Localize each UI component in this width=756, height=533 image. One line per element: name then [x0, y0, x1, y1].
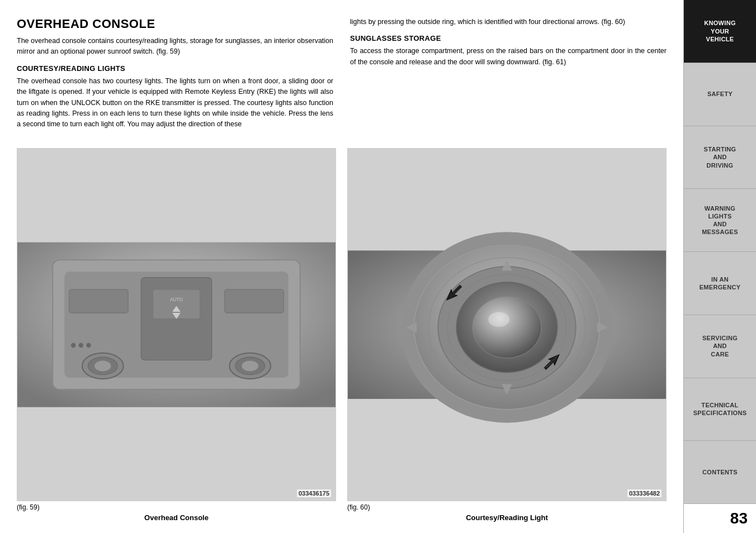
svg-point-10	[94, 360, 111, 371]
sidebar-item-safety[interactable]: SAFETY	[684, 63, 756, 126]
fig60-image: 033336482	[347, 148, 667, 501]
sunglasses-title: SUNGLASSES STORAGE	[350, 34, 667, 42]
svg-point-16	[86, 342, 91, 347]
reading-light-svg	[348, 149, 666, 501]
sidebar-item-contents[interactable]: CONTENTS	[684, 441, 756, 504]
sidebar-label-contents: CONTENTS	[702, 468, 738, 476]
sidebar-item-servicing[interactable]: SERVICINGANDCARE	[684, 315, 756, 378]
sidebar-item-warning-lights[interactable]: WARNINGLIGHTSANDMESSAGES	[684, 189, 756, 252]
sidebar-label-starting: STARTINGANDDRIVING	[704, 145, 736, 169]
sidebar-label-warning: WARNINGLIGHTSANDMESSAGES	[702, 204, 738, 236]
sidebar-label-safety: SAFETY	[707, 90, 733, 98]
courtesy-title: COURTESY/READING LIGHTS	[17, 64, 333, 73]
fig59-image: AUTO	[17, 148, 336, 501]
svg-rect-17	[69, 289, 128, 313]
right-column: lights by pressing the outside ring, whi…	[350, 17, 667, 137]
overhead-console-svg: AUTO	[17, 149, 336, 501]
fig59-label: Overhead Console	[17, 513, 336, 522]
left-column: OVERHEAD CONSOLE The overhead console co…	[17, 17, 333, 137]
courtesy-text2: lights by pressing the outside ring, whi…	[350, 17, 667, 27]
svg-point-24	[472, 297, 541, 358]
main-content: OVERHEAD CONSOLE The overhead console co…	[0, 0, 683, 533]
fig60-label: Courtesy/Reading Light	[347, 513, 667, 522]
page-number-area: 83	[684, 504, 756, 533]
sidebar-item-emergency[interactable]: IN ANEMERGENCY	[684, 252, 756, 315]
sidebar-label-technical: TECHNICALSPECIFICATIONS	[693, 401, 747, 417]
fig60-caption: (fig. 60)	[347, 503, 667, 511]
image-area: AUTO	[17, 148, 667, 522]
svg-rect-18	[225, 289, 284, 313]
sidebar: KNOWINGYOURVEHICLE SAFETY STARTINGANDDRI…	[683, 0, 756, 533]
svg-text:AUTO: AUTO	[170, 297, 183, 302]
intro-text: The overhead console contains courtesy/r…	[17, 36, 333, 58]
courtesy-text: The overhead console has two courtesy li…	[17, 76, 333, 130]
text-area: OVERHEAD CONSOLE The overhead console co…	[17, 17, 667, 137]
svg-point-13	[242, 360, 258, 371]
fig59-number: 033436175	[297, 489, 331, 497]
sidebar-label-emergency: IN ANEMERGENCY	[700, 275, 741, 292]
page-number: 83	[730, 510, 748, 527]
fig60-container: 033336482 (fig. 60) Courtesy/Reading Lig…	[347, 148, 667, 522]
sunglasses-text: To access the storage compartment, press…	[350, 46, 667, 68]
sidebar-item-technical[interactable]: TECHNICALSPECIFICATIONS	[684, 378, 756, 441]
svg-point-15	[79, 342, 83, 347]
svg-point-25	[488, 312, 509, 327]
sidebar-label-knowing: KNOWINGYOURVEHICLE	[704, 19, 735, 43]
sidebar-item-starting-driving[interactable]: STARTINGANDDRIVING	[684, 126, 756, 189]
sidebar-item-knowing-your-vehicle[interactable]: KNOWINGYOURVEHICLE	[684, 0, 756, 63]
sidebar-label-servicing: SERVICINGANDCARE	[702, 334, 738, 358]
fig60-number: 033336482	[627, 489, 662, 497]
svg-point-14	[71, 342, 75, 347]
fig59-container: AUTO	[17, 148, 336, 522]
page-title: OVERHEAD CONSOLE	[17, 17, 333, 31]
fig59-caption: (fig. 59)	[17, 503, 336, 511]
